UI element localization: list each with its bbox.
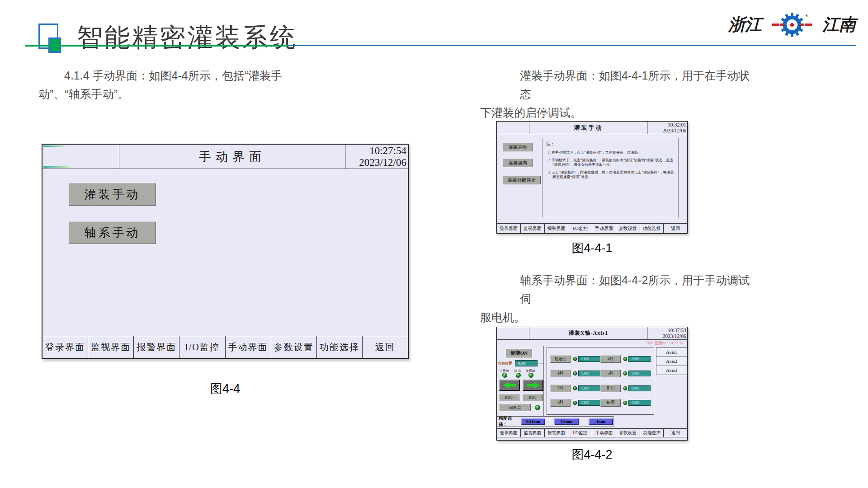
jog-right-button[interactable]	[523, 380, 543, 391]
position-value: 0.000	[628, 356, 651, 362]
position-value: 0.000	[578, 371, 600, 376]
filling-external-stop-button[interactable]: 灌装外部停止	[503, 176, 541, 184]
hmi-nav-bar: 登录界面 监视界面 报警界面 I/O监控 手动界面 参数设置 功能选择 返回	[42, 336, 408, 358]
position-button-col1[interactable]: 1列	[550, 370, 571, 377]
nav-manual[interactable]: 手动界面	[226, 336, 271, 358]
negative-limit-led	[528, 373, 533, 378]
header-divider-blue	[289, 45, 856, 46]
document-logo-mark	[38, 23, 70, 55]
position-button-col5[interactable]: 5列	[600, 370, 621, 377]
filling-start-button[interactable]: 灌装启动	[503, 143, 533, 151]
paragraph-line: 轴系手动界面：如图4-4-2所示，用于手动调试伺	[480, 271, 760, 308]
hmi-screen-title: 手动界面	[119, 145, 345, 169]
origin-led	[516, 373, 521, 378]
status-led	[623, 386, 627, 390]
note-item: 3. 点击“灌装换向”，排液完成后，在下次灌装之前再次点击“灌装换向”，将灌装状…	[546, 170, 675, 179]
hmi-time: 10:32:01	[648, 122, 686, 128]
manual-page: 智能精密灌装系统 浙江	[0, 0, 868, 488]
position-button-initial[interactable]: 初始位	[550, 355, 571, 363]
position-button-spare[interactable]: 备 用	[600, 385, 621, 392]
nav-monitor[interactable]: 监视界面	[521, 224, 545, 233]
filling-reverse-button[interactable]: 灌装换向	[503, 159, 533, 167]
nav-monitor[interactable]: 监视界面	[521, 429, 545, 437]
hmi-date: 2023/12/06	[346, 157, 406, 169]
home-button[interactable]: 回原点	[499, 404, 531, 411]
filling-manual-button[interactable]: 灌装手动	[69, 183, 156, 206]
current-position-label: 当前位置	[498, 361, 512, 366]
nav-login[interactable]: 登录界面	[497, 429, 521, 437]
nav-return[interactable]: 返回	[664, 224, 687, 233]
position-value: 0.000	[628, 385, 651, 391]
hmi-nav-bar: 登录界面 监视界面 报警界面 I/O监控 手动界面 参数设置 功能选择 返回	[497, 223, 687, 233]
nav-manual[interactable]: 手动界面	[592, 429, 616, 437]
nav-return[interactable]: 返回	[363, 336, 408, 358]
hmi-screen-title: 灌装手动	[529, 122, 647, 134]
jog-plus-button[interactable]: JOG+	[499, 394, 519, 401]
enable-on-button[interactable]: 使能ON	[506, 349, 532, 357]
nav-login[interactable]: 登录界面	[42, 336, 88, 358]
header-divider-green	[25, 45, 289, 47]
alarm-message: 7000: 告警中1 10:27:38	[497, 340, 687, 346]
tab-axis3[interactable]: Axis3	[656, 366, 687, 375]
notes-title: 注：	[546, 141, 675, 147]
gear-icon: ®	[765, 12, 819, 38]
jog-minus-button[interactable]: JOG-	[523, 394, 543, 401]
axis-manual-button[interactable]: 轴系手动	[69, 221, 156, 244]
hmi-body: 灌装启动 灌装换向 灌装外部停止 注： 1. 在手动模式下，点击“灌装启动”，泵…	[497, 134, 687, 220]
brand-text-right: 江南	[822, 14, 856, 36]
nav-return[interactable]: 返回	[664, 429, 687, 437]
corner-mark	[43, 166, 70, 168]
precision-selector: 精度选择： 0.01mm 0.1mm 1mm	[497, 416, 613, 427]
status-led	[623, 357, 627, 361]
nav-function[interactable]: 功能选择	[640, 429, 664, 437]
hmi-top-bar: 手动界面 10:27:54 2023/12/06	[42, 145, 408, 169]
nav-function[interactable]: 功能选择	[317, 336, 363, 358]
figure-caption: 图4-4	[42, 380, 409, 397]
nav-alarm[interactable]: 报警界面	[134, 336, 179, 358]
position-button-spare[interactable]: 备 用	[600, 399, 621, 407]
jog-left-button[interactable]	[499, 380, 520, 391]
paragraph-line: 服电机。	[480, 308, 760, 327]
axis-control-panel: 使能ON 当前位置 0.000 mm 正极限 原 点 负极限 JOG+ JOG-…	[497, 346, 544, 416]
nav-alarm[interactable]: 报警界面	[545, 224, 569, 233]
nav-params[interactable]: 参数设置	[616, 224, 640, 233]
position-value: 0.000	[578, 400, 600, 406]
precision-0.01mm-button[interactable]: 0.01mm	[521, 418, 545, 425]
nav-params[interactable]: 参数设置	[616, 429, 640, 437]
precision-1mm-button[interactable]: 1mm	[589, 418, 613, 425]
hmi-screen-title: 灌装X轴-Axis1	[529, 327, 647, 339]
section-paragraph: 灌装手动界面：如图4-4-1所示，用于在手动状态 下灌装的启停调试。	[480, 66, 760, 122]
precision-0.1mm-button[interactable]: 0.1mm	[554, 418, 579, 425]
figure-caption: 图4-4-1	[496, 240, 688, 256]
nav-io[interactable]: I/O监控	[179, 336, 225, 358]
nav-login[interactable]: 登录界面	[497, 224, 521, 233]
axis-position-grid: 初始位 0.000 4列 0.000 1列 0.000 5列 0.000	[547, 347, 654, 415]
section-paragraph: 轴系手动界面：如图4-4-2所示，用于手动调试伺 服电机。	[480, 271, 760, 327]
hmi-top-bar: 灌装手动 10:32:01 2023/12/06	[497, 122, 687, 134]
brand-text-left: 浙江	[728, 14, 762, 36]
hmi-manual-screen: 手动界面 10:27:54 2023/12/06 灌装手动 轴系手动 登录界面 …	[42, 144, 409, 359]
hmi-logo-cell	[497, 122, 529, 134]
nav-io[interactable]: I/O监控	[568, 224, 592, 233]
position-button-col4[interactable]: 4列	[600, 355, 621, 363]
grid-row: 初始位 0.000 4列 0.000	[550, 355, 651, 363]
nav-io[interactable]: I/O监控	[568, 429, 592, 437]
position-button-col2[interactable]: 2列	[550, 385, 571, 392]
tab-axis2[interactable]: Axis2	[656, 357, 687, 366]
nav-alarm[interactable]: 报警界面	[545, 429, 569, 437]
precision-label: 精度选择：	[499, 416, 520, 427]
hmi-date: 2023/12/06	[648, 128, 686, 134]
nav-params[interactable]: 参数设置	[271, 336, 317, 358]
nav-monitor[interactable]: 监视界面	[88, 336, 134, 358]
status-led	[623, 401, 627, 405]
tab-axis1[interactable]: Axis1	[656, 347, 687, 357]
nav-manual[interactable]: 手动界面	[592, 224, 616, 233]
corner-mark	[43, 145, 65, 147]
nav-function[interactable]: 功能选择	[640, 224, 664, 233]
hmi-body: 灌装手动 轴系手动	[42, 169, 408, 336]
axis-tab-list: Axis1 Axis2 Axis3	[656, 348, 687, 375]
position-value: 0.000	[628, 400, 651, 406]
hmi-clock: 10:32:01 2023/12/06	[647, 122, 687, 134]
position-button-col3[interactable]: 3列	[550, 399, 571, 407]
hmi-top-bar: 灌装X轴-Axis1 10:37:53 2023/12/06	[497, 327, 687, 340]
